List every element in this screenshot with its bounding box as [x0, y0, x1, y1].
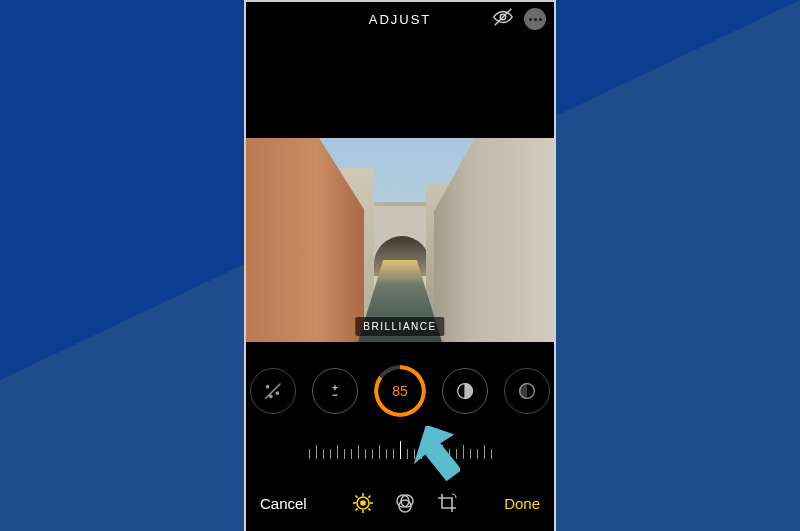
svg-point-5 — [270, 395, 272, 397]
svg-line-16 — [356, 496, 358, 498]
cancel-button[interactable]: Cancel — [260, 495, 307, 512]
editor-bottombar: Cancel — [246, 483, 554, 525]
adjust-tab-icon[interactable] — [351, 491, 375, 515]
tool-tabs — [351, 491, 459, 515]
slider-ticks — [309, 441, 492, 459]
svg-line-19 — [369, 496, 371, 498]
phone-screen: ADJUST — [244, 0, 556, 531]
svg-point-20 — [361, 501, 365, 505]
dial-exposure[interactable] — [312, 368, 358, 414]
ellipsis-icon — [529, 18, 532, 21]
page-background: ADJUST — [0, 0, 800, 531]
editor-topbar: ADJUST — [246, 2, 554, 36]
slider-center-tick — [400, 441, 401, 459]
dial-auto[interactable] — [250, 368, 296, 414]
value-slider[interactable] — [246, 430, 554, 470]
mode-title: ADJUST — [369, 12, 432, 27]
dial-highlights[interactable] — [442, 368, 488, 414]
more-options-button[interactable] — [524, 8, 546, 30]
svg-line-17 — [369, 508, 371, 510]
svg-point-3 — [267, 386, 269, 388]
adjustment-name-label: BRILLIANCE — [355, 317, 444, 336]
empty-space — [246, 36, 554, 138]
svg-point-4 — [276, 392, 278, 394]
preview-toggle-icon[interactable] — [492, 6, 514, 32]
photo-preview[interactable]: BRILLIANCE — [246, 138, 554, 342]
dial-shadows[interactable] — [504, 368, 550, 414]
adjustment-dials-row[interactable]: 85 — [246, 352, 554, 430]
svg-line-18 — [356, 508, 358, 510]
crop-tab-icon[interactable] — [435, 491, 459, 515]
adjustment-value: 85 — [392, 383, 408, 399]
topbar-actions — [492, 2, 546, 36]
dial-brilliance-active[interactable]: 85 — [374, 365, 426, 417]
filters-tab-icon[interactable] — [393, 491, 417, 515]
done-button[interactable]: Done — [504, 495, 540, 512]
